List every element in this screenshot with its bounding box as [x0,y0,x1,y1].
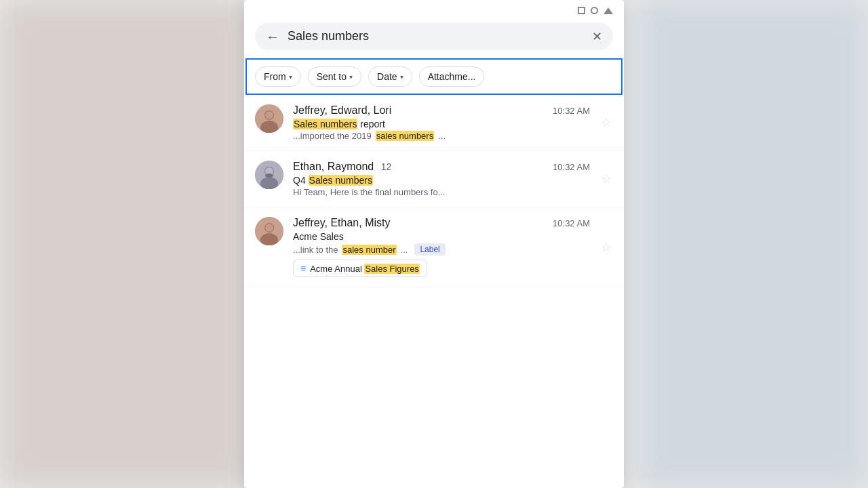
email-time-2: 10:32 AM [553,162,590,172]
email-from-3: Jeffrey, Ethan, Misty [293,217,390,229]
search-bar: ← Sales numbers ✕ [255,22,613,50]
status-circle-icon [591,7,598,14]
chevron-down-icon: ▾ [400,73,403,81]
preview-before-2: Hi Team, Here is the final numbers fo... [293,187,445,197]
chevron-down-icon: ▾ [349,73,353,81]
filter-date-label: Date [377,71,397,82]
avatar-3 [255,217,283,245]
preview-highlight-1: sales numbers [376,131,435,141]
subject-highlight-1: Sales numbers [293,119,357,129]
bg-blur-right [637,0,868,488]
preview-after-3: ... [401,245,408,255]
email-subject-3: Acme Sales [293,231,590,242]
subject-before-2: Q4 [293,175,309,186]
document-icon: ≡ [300,263,306,274]
email-preview-2: Hi Team, Here is the final numbers fo... [293,187,590,197]
filter-chip-sent-to[interactable]: Sent to ▾ [308,66,361,87]
filter-attachments-label: Attachme... [428,71,476,82]
email-header-3: Jeffrey, Ethan, Misty 10:32 AM [293,217,590,229]
star-button-1[interactable]: ☆ [599,114,613,131]
email-content-3: Jeffrey, Ethan, Misty 10:32 AM Acme Sale… [293,217,590,277]
search-query[interactable]: Sales numbers [288,29,584,43]
status-wifi-icon [604,7,613,14]
subject-after-1: report [357,119,384,129]
filter-chip-from[interactable]: From ▾ [255,66,301,87]
avatar-1 [255,104,283,133]
filter-chip-date[interactable]: Date ▾ [368,66,412,87]
email-list: Jeffrey, Edward, Lori 10:32 AM Sales num… [244,95,624,488]
clear-search-button[interactable]: ✕ [592,30,602,43]
preview-after-1: ... [438,131,446,141]
email-time-1: 10:32 AM [553,106,590,116]
email-header-1: Jeffrey, Edward, Lori 10:32 AM [293,104,590,117]
email-content-1: Jeffrey, Edward, Lori 10:32 AM Sales num… [293,104,590,141]
svg-point-3 [265,111,273,119]
svg-point-12 [265,224,273,232]
bg-blur-left [0,0,251,488]
email-item-3[interactable]: Jeffrey, Ethan, Misty 10:32 AM Acme Sale… [244,207,624,287]
email-preview-1: ...imported the 2019 sales numbers... [293,131,590,141]
star-button-3[interactable]: ☆ [599,239,613,256]
attachment-chip-3[interactable]: ≡ Acme Annual Sales Figures [293,260,427,277]
subject-highlight-2: Sales numbers [309,175,373,186]
filter-from-label: From [264,71,286,82]
email-content-2: Ethan, Raymond 12 10:32 AM Q4 Sales numb… [293,161,590,197]
phone-container: ← Sales numbers ✕ From ▾ Sent to ▾ Date … [244,0,624,488]
email-count-2: 12 [381,161,392,172]
status-bar [244,0,624,17]
avatar-2 [255,161,283,189]
email-preview-3: ...link to the sales number... [293,245,408,255]
label-chip-3: Label [414,243,445,256]
email-item-2[interactable]: Ethan, Raymond 12 10:32 AM Q4 Sales numb… [244,151,624,207]
back-button[interactable]: ← [266,30,279,43]
preview-highlight-3: sales number [342,245,396,255]
attachment-highlight-3: Sales Figures [364,264,419,274]
email-time-3: 10:32 AM [553,218,590,228]
email-from-1: Jeffrey, Edward, Lori [293,104,391,117]
filter-chip-attachments[interactable]: Attachme... [419,66,485,87]
chevron-down-icon: ▾ [289,73,292,81]
email-subject-2: Q4 Sales numbers [293,175,590,186]
subject-before-3: Acme Sales [293,231,344,242]
status-square-icon [578,7,585,14]
attachment-text-3: Acme Annual Sales Figures [310,264,420,274]
star-button-2[interactable]: ☆ [599,170,613,188]
email-header-2: Ethan, Raymond 12 10:32 AM [293,161,590,173]
filter-sent-to-label: Sent to [317,71,347,82]
filter-bar: From ▾ Sent to ▾ Date ▾ Attachme... [245,58,623,95]
email-from-2: Ethan, Raymond [293,161,374,172]
email-subject-1: Sales numbers report [293,119,590,129]
preview-before-1: ...imported the 2019 [293,131,372,141]
email-from-count-2: Ethan, Raymond 12 [293,161,391,173]
preview-before-3: ...link to the [293,245,338,255]
svg-point-8 [265,174,273,178]
email-preview-row-3: ...link to the sales number... Label [293,243,590,256]
email-item-1[interactable]: Jeffrey, Edward, Lori 10:32 AM Sales num… [244,95,624,151]
